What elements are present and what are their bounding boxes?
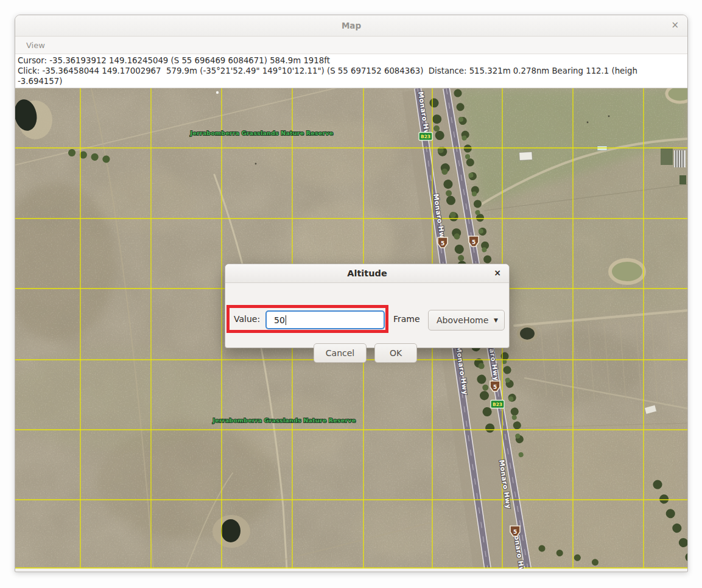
vehicle	[216, 91, 219, 94]
click-status-line-wrap: -3.694157)	[18, 76, 687, 86]
click-status-line: Click: -35.36458044 149.17002967 579.9m …	[18, 66, 687, 76]
altitude-dialog: Altitude × Value: 50 Frame AboveHome ▼ C…	[225, 264, 510, 348]
svg-text:5: 5	[493, 384, 497, 390]
altitude-dialog-body: Value: 50 Frame AboveHome ▼ Cancel OK	[225, 283, 509, 349]
shed	[679, 175, 686, 184]
svg-text:5: 5	[513, 529, 517, 535]
svg-text:B23: B23	[421, 134, 430, 139]
dam-ring	[610, 260, 644, 283]
pond-bottom	[221, 519, 240, 542]
paddock	[661, 149, 673, 165]
frame-select[interactable]: AboveHome ▼	[428, 310, 505, 331]
frame-label: Frame	[393, 314, 420, 324]
value-input-text: 50	[274, 315, 285, 325]
pond-right	[520, 327, 535, 340]
text-caret	[286, 315, 286, 325]
window-title: Map	[342, 21, 361, 30]
status-bar: Cursor: -35.36193912 149.16245049 (S 55 …	[15, 54, 687, 88]
altitude-dialog-close-icon[interactable]: ×	[494, 268, 501, 278]
cancel-button[interactable]: Cancel	[314, 343, 367, 363]
svg-text:5: 5	[472, 239, 476, 245]
reserve-label-top: Jerrabomberra Grasslands Nature Reserve	[190, 130, 334, 136]
svg-text:5: 5	[441, 240, 444, 247]
value-input[interactable]: 50	[265, 310, 385, 329]
shed	[519, 152, 533, 160]
value-label: Value:	[234, 314, 260, 324]
altitude-dialog-title: Altitude	[347, 268, 387, 278]
reserve-label-bottom: Jerrabomberra Grasslands Nature Reserve	[212, 417, 356, 424]
menu-view[interactable]: View	[23, 41, 49, 50]
svg-text:B23: B23	[493, 402, 502, 407]
altitude-dialog-titlebar[interactable]: Altitude ×	[225, 264, 509, 283]
window-titlebar[interactable]: Map ×	[15, 15, 687, 37]
frame-select-value: AboveHome	[437, 315, 488, 325]
cursor-status-line: Cursor: -35.36193912 149.16245049 (S 55 …	[18, 55, 687, 66]
window-close-icon[interactable]: ×	[671, 20, 679, 30]
menu-bar: View	[15, 37, 687, 54]
chevron-down-icon: ▼	[494, 317, 498, 323]
dam-ring-corner	[667, 88, 687, 102]
ok-button[interactable]: OK	[374, 343, 417, 363]
